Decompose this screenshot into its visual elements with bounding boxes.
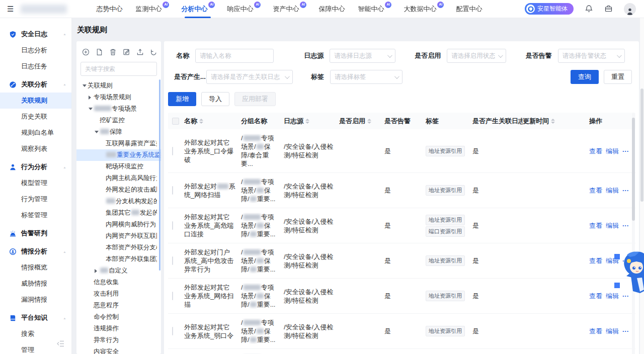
edit-link[interactable]: 编辑 xyxy=(606,327,619,335)
window-scrollbar[interactable] xyxy=(640,18,644,354)
filter-select-日志源[interactable]: 请选择日志源 xyxy=(330,49,395,63)
tree-node[interactable]: 靶场环境监控 xyxy=(80,161,157,172)
sidebar-item-标签管理[interactable]: 标签管理 xyxy=(0,207,71,223)
caret-down-icon[interactable] xyxy=(83,84,88,87)
more-actions-icon[interactable]: ··· xyxy=(622,147,629,155)
chevron-up-icon[interactable]: ▲ xyxy=(63,250,66,253)
view-link[interactable]: 查看 xyxy=(589,327,602,335)
trash-icon[interactable] xyxy=(109,48,117,56)
caret-right-icon[interactable] xyxy=(95,269,100,273)
sidebar-item-情报概览[interactable]: 情报概览 xyxy=(0,259,71,276)
edit-link[interactable]: 编辑 xyxy=(606,186,619,195)
view-link[interactable]: 查看 xyxy=(589,221,602,230)
nav-item[interactable]: 配置中心 xyxy=(456,0,482,18)
sidebar-item-观察列表[interactable]: 观察列表 xyxy=(0,141,71,157)
tree-node[interactable]: 关联规则 xyxy=(80,80,157,92)
row-checkbox[interactable] xyxy=(172,147,173,155)
sidebar-collapse-icon[interactable] xyxy=(57,340,64,349)
filter-input-名称[interactable] xyxy=(195,49,274,63)
filter-select-是否产生...[interactable]: 请选择是否产生关联日志 xyxy=(206,70,293,84)
more-actions-icon[interactable]: ··· xyxy=(622,327,629,335)
edit-link[interactable]: 编辑 xyxy=(606,147,619,155)
edit-link[interactable]: 编辑 xyxy=(606,292,619,300)
tree-node[interactable]: 挖矿监控 xyxy=(80,115,157,126)
ai-agent-button[interactable]: 安星智能体 xyxy=(525,3,574,15)
import-button[interactable]: 导入 xyxy=(201,92,229,106)
row-checkbox[interactable] xyxy=(172,292,173,300)
tree-node[interactable]: 本部资产外联集团其... xyxy=(80,253,157,265)
assistant-mascot[interactable] xyxy=(620,250,644,296)
undo-icon[interactable] xyxy=(150,48,157,56)
chevron-up-icon[interactable]: ▲ xyxy=(63,316,66,319)
tree-node[interactable]: 本部资产外联分支机... xyxy=(80,242,157,253)
sidebar-item-历史关联[interactable]: 历史关联 xyxy=(0,109,71,125)
row-checkbox[interactable] xyxy=(172,186,173,195)
more-actions-icon[interactable]: ··· xyxy=(622,186,629,195)
edit-icon[interactable] xyxy=(123,48,130,56)
edit-link[interactable]: 编辑 xyxy=(606,221,619,230)
nav-item[interactable]: 分析中心AI xyxy=(181,0,214,18)
chevron-up-icon[interactable]: ▲ xyxy=(63,83,66,86)
sidebar-item-规则白名单[interactable]: 规则白名单 xyxy=(0,125,71,141)
sidebar-section-平台知识[interactable]: 平台知识▲ xyxy=(0,310,71,326)
tree-node[interactable]: 集团其它发起的... xyxy=(80,207,157,219)
row-checkbox[interactable] xyxy=(172,256,173,265)
sidebar-item-关联规则[interactable]: 关联规则 xyxy=(0,93,71,109)
sort-icon[interactable] xyxy=(551,119,555,124)
chevron-up-icon[interactable]: ▲ xyxy=(63,33,66,36)
add-button[interactable]: 新增 xyxy=(168,92,196,106)
tree-node[interactable]: 内网主机高风险行为... xyxy=(80,172,157,184)
sidebar-item-行为管理[interactable]: 行为管理 xyxy=(0,191,71,207)
nav-item[interactable]: 响应中心AI xyxy=(227,0,260,18)
name-filter-input[interactable] xyxy=(200,52,269,59)
query-button[interactable]: 查询 xyxy=(571,70,599,84)
view-link[interactable]: 查看 xyxy=(589,292,602,300)
add-circle-icon[interactable] xyxy=(82,48,90,56)
notification-bell-icon[interactable] xyxy=(585,5,593,13)
tree-search-input[interactable] xyxy=(80,62,157,76)
tree-node[interactable]: 保障 xyxy=(80,126,157,138)
more-actions-icon[interactable]: ··· xyxy=(622,221,629,230)
toolbox-icon[interactable] xyxy=(604,5,613,13)
tree-node[interactable]: 恶意程序 xyxy=(80,300,157,311)
export-icon[interactable] xyxy=(136,48,144,56)
row-checkbox[interactable] xyxy=(172,327,173,335)
file-icon[interactable] xyxy=(96,48,103,56)
sidebar-item-模型管理[interactable]: 模型管理 xyxy=(0,175,71,191)
filter-select-是否告警[interactable]: 请选择告警状态 xyxy=(558,49,625,63)
nav-item[interactable]: 大数据中心AI xyxy=(404,0,443,18)
tree-node[interactable]: 互联网暴露资产监控 xyxy=(80,138,157,149)
sidebar-item-日志任务[interactable]: 日志任务 xyxy=(0,58,71,74)
menu-hamburger-icon[interactable]: ☰ xyxy=(7,5,14,14)
reset-button[interactable]: 重置 xyxy=(604,70,632,84)
tree-node[interactable]: 自定义 xyxy=(80,265,157,277)
sidebar-item-漏洞情报[interactable]: 漏洞情报 xyxy=(0,292,71,308)
sidebar-item-威胁情报[interactable]: 威胁情报 xyxy=(0,276,71,292)
view-link[interactable]: 查看 xyxy=(589,256,602,265)
tree-node[interactable]: 外网发起的攻击威胁 xyxy=(80,184,157,196)
view-link[interactable]: 查看 xyxy=(589,186,602,195)
tree-node[interactable]: 重要业务系统监控 xyxy=(76,149,161,161)
user-avatar[interactable] xyxy=(624,3,636,15)
nav-item[interactable]: 智能中心AI xyxy=(358,0,390,18)
sidebar-section-行为分析[interactable]: 行为分析▲ xyxy=(0,159,71,175)
sidebar-section-安全日志[interactable]: 安全日志▲ xyxy=(0,26,71,42)
sidebar-section-情报分析[interactable]: 情报分析▲ xyxy=(0,243,71,259)
caret-down-icon[interactable] xyxy=(89,108,94,110)
caret-down-icon[interactable] xyxy=(95,131,100,133)
filter-select-标签[interactable]: 请选择标签 xyxy=(330,70,403,84)
caret-right-icon[interactable] xyxy=(89,96,94,100)
nav-item[interactable]: 态势中心 xyxy=(96,0,122,18)
sidebar-section-告警研判[interactable]: 告警研判 xyxy=(0,225,71,241)
sidebar-item-日志分析[interactable]: 日志分析 xyxy=(0,42,71,58)
tree-node[interactable]: 分支机构发起的... xyxy=(80,196,157,207)
tree-node[interactable]: 异常行为 xyxy=(80,334,157,346)
table-scrollbar-thumb[interactable] xyxy=(632,118,635,221)
nav-item[interactable]: 资产中心AI xyxy=(273,0,305,18)
row-checkbox[interactable] xyxy=(172,221,173,230)
nav-item[interactable]: 监测中心AI xyxy=(135,0,168,18)
sort-icon[interactable] xyxy=(367,119,371,124)
tree-node[interactable]: 内网横向威胁行为 xyxy=(80,219,157,230)
sidebar-section-关联分析[interactable]: 关联分析▲ xyxy=(0,76,71,93)
select-all-checkbox[interactable] xyxy=(172,118,179,125)
